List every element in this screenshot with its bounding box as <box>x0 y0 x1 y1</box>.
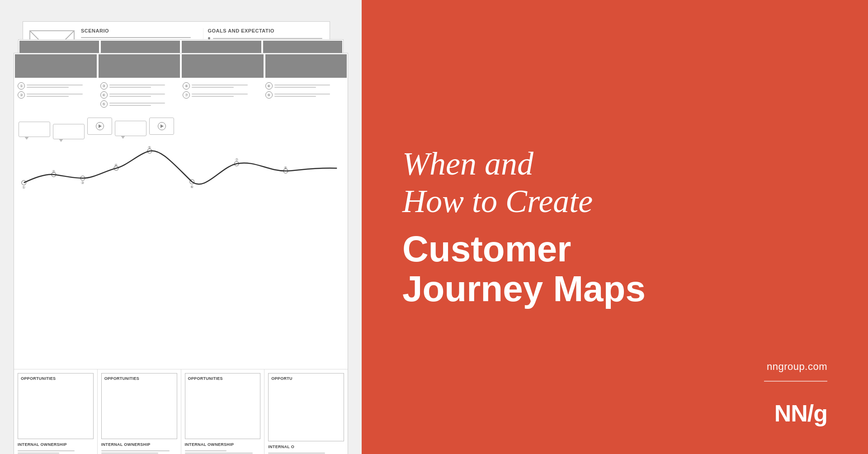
internal-ownership-label-3: INTERNAL OWNERSHIP <box>185 442 261 447</box>
internal-ownership-label-2: INTERNAL OWNERSHIP <box>101 442 177 447</box>
speech-bubble <box>115 121 146 136</box>
header-cell <box>99 54 180 78</box>
header-cell <box>265 54 347 78</box>
website-label: nngroup.com <box>767 361 827 373</box>
ownership-line <box>18 450 75 451</box>
wireframe-stack: SCENARIO GOALS AND EXPECTATIO <box>14 12 348 442</box>
svg-text:⑦: ⑦ <box>235 158 238 162</box>
divider <box>764 381 827 382</box>
subtitle: Customer Journey Maps <box>402 229 827 309</box>
opportunities-label-1: OPPORTUNITIES <box>21 376 56 381</box>
step-num: ⑨ <box>265 91 273 99</box>
scenario-label: SCENARIO <box>81 28 197 33</box>
ownership-line <box>101 450 170 451</box>
step-num: ② <box>18 91 25 99</box>
play-icon <box>96 122 104 130</box>
speech-bubble <box>19 122 50 137</box>
opportunities-label-2: OPPORTUNITIES <box>104 376 139 381</box>
step-item: ③ <box>100 82 179 90</box>
title-line1: When and <box>402 146 533 182</box>
play-icon <box>158 122 166 130</box>
front-card: ① ② ③ ④ <box>14 53 348 454</box>
ownership-line <box>268 453 325 454</box>
svg-text:①: ① <box>22 185 25 189</box>
internal-ownership-label-1: INTERNAL OWNERSHIP <box>18 442 94 447</box>
video-bubble <box>149 118 174 135</box>
header-cell <box>15 54 97 78</box>
internal-ownership-label-4: INTERNAL O <box>268 445 344 449</box>
subtitle-line2: Journey Maps <box>402 269 646 309</box>
ownership-line <box>185 453 253 454</box>
main-title: When and How to Create <box>402 145 827 220</box>
text-line <box>213 38 323 39</box>
svg-text:②: ② <box>52 170 55 174</box>
step-item: ⑥ <box>183 82 262 90</box>
step-num: ⑧ <box>265 82 273 90</box>
header-cell <box>182 54 264 78</box>
opportunities-box-4: OPPORTU <box>268 373 344 441</box>
step-col: ⑧ ⑨ <box>264 82 346 108</box>
opportunities-box-3: OPPORTUNITIES <box>185 373 261 439</box>
opportunities-box-1: OPPORTUNITIES <box>18 373 94 439</box>
svg-text:⑤: ⑤ <box>148 146 151 150</box>
front-emotion-curve: ① ② ③ ④ ⑤ ⑥ ⑦ ⑧ <box>14 141 348 369</box>
bottom-col-1: OPPORTUNITIES INTERNAL OWNERSHIP <box>14 369 98 454</box>
text-line <box>81 37 191 38</box>
step-item: ④ <box>100 91 179 99</box>
svg-text:③: ③ <box>81 181 84 185</box>
ownership-line <box>185 450 226 451</box>
svg-text:④: ④ <box>114 163 118 167</box>
bottom-col-3: OPPORTUNITIES INTERNAL OWNERSHIP <box>181 369 265 454</box>
title-line2: How to Create <box>402 183 593 219</box>
step-num: ① <box>18 82 25 90</box>
step-item: ⑧ <box>265 82 344 90</box>
front-steps-row: ① ② ③ ④ <box>14 79 348 111</box>
svg-text:⑧: ⑧ <box>284 166 287 170</box>
ownership-line <box>18 453 59 454</box>
step-num: ③ <box>100 82 108 90</box>
opportunities-box-2: OPPORTUNITIES <box>101 373 177 439</box>
ownership-line <box>101 453 158 454</box>
front-bottom-section: OPPORTUNITIES INTERNAL OWNERSHIP OPPORTU… <box>14 369 348 454</box>
svg-text:⑥: ⑥ <box>190 185 193 189</box>
opportunities-label-4: OPPORTU <box>271 376 292 381</box>
subtitle-line1: Customer <box>402 229 571 269</box>
play-triangle <box>99 124 102 128</box>
speech-bubble <box>53 124 85 139</box>
right-panel: When and How to Create Customer Journey … <box>362 0 868 454</box>
goals-label: GOALS AND EXPECTATIO <box>208 28 324 33</box>
front-curve-svg: ① ② ③ ④ ⑤ ⑥ ⑦ ⑧ <box>16 141 346 191</box>
step-item: ⑨ <box>265 91 344 99</box>
left-panel: SCENARIO GOALS AND EXPECTATIO <box>0 0 362 454</box>
front-header-row <box>14 53 348 79</box>
step-num: ④ <box>100 91 108 99</box>
step-num: ⑤ <box>100 100 108 108</box>
step-col: ⑥ ⑦ <box>181 82 264 108</box>
step-num: ⑦ <box>183 91 190 99</box>
play-triangle <box>160 124 164 128</box>
step-item: ⑦ <box>183 91 262 99</box>
front-bubbles-row <box>14 111 348 141</box>
step-item: ② <box>18 91 97 99</box>
title-block: When and How to Create Customer Journey … <box>402 145 827 309</box>
step-num: ⑥ <box>183 82 190 90</box>
step-item: ⑤ <box>100 100 179 108</box>
opportunities-label-3: OPPORTUNITIES <box>188 376 223 381</box>
video-bubble <box>87 118 112 135</box>
bottom-col-2: OPPORTUNITIES INTERNAL OWNERSHIP <box>98 369 181 454</box>
step-col: ③ ④ ⑤ <box>99 82 181 108</box>
bottom-col-4: OPPORTU INTERNAL O <box>264 369 348 454</box>
step-item: ① <box>18 82 97 90</box>
nn-logo: NN/g <box>774 400 827 427</box>
step-col: ① ② <box>16 82 99 108</box>
